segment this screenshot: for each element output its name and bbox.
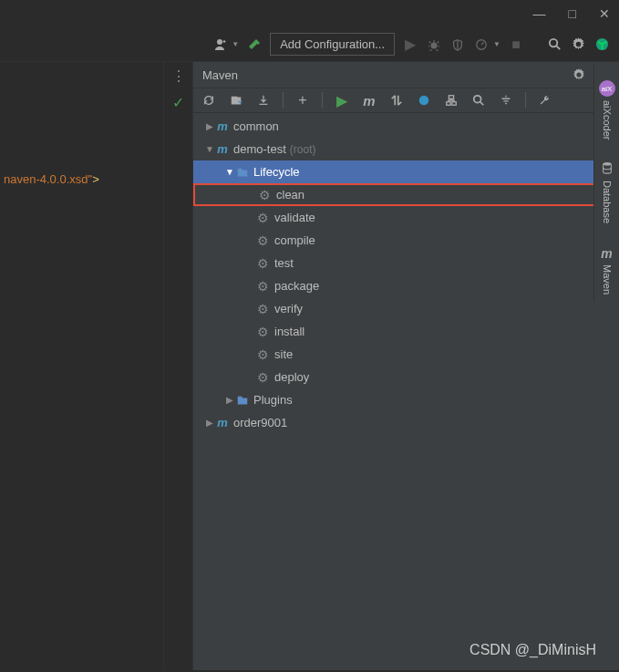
tree-item-order9001[interactable]: ▶ m order9001 [193, 411, 619, 434]
gear-icon: ⚙ [257, 211, 269, 225]
watermark: CSDN @_DiMinisH [469, 642, 596, 658]
chevron-down-icon: ▼ [204, 144, 215, 154]
chevron-right-icon: ▶ [204, 418, 215, 428]
tree-label: verify [274, 302, 303, 315]
separator [322, 92, 323, 109]
check-icon: ✓ [172, 94, 184, 111]
tree-label: Lifecycle [253, 165, 300, 179]
rail-label: Maven [602, 264, 613, 295]
gear-icon: ⚙ [257, 233, 269, 248]
gutter: ⋮ ✓ [164, 62, 193, 670]
database-icon [601, 161, 614, 177]
download-icon[interactable] [255, 92, 272, 109]
tree-item-plugins[interactable]: ▶ Plugins [193, 388, 619, 411]
chevron-right-icon: ▶ [224, 395, 235, 405]
hammer-icon[interactable] [246, 36, 263, 53]
tree-label: order9001 [233, 416, 287, 429]
svg-rect-5 [449, 96, 453, 99]
editor-area[interactable]: naven-4.0.0.xsd"> [0, 62, 164, 670]
code-string: naven-4.0.0.xsd" [4, 172, 92, 186]
gear-icon: ⚙ [257, 370, 269, 385]
separator [525, 92, 526, 109]
collapse-icon[interactable] [498, 92, 514, 109]
more-icon[interactable]: ⋮ [171, 67, 186, 85]
debug-icon[interactable] [426, 36, 442, 53]
maven-module-icon: m [215, 416, 230, 430]
tree-item-deploy[interactable]: ⚙ deploy [193, 366, 619, 388]
tab-aixcoder[interactable]: aiX aiXcoder [597, 73, 617, 147]
tab-maven[interactable]: m Maven [599, 239, 614, 302]
toggle-skip-icon[interactable] [388, 92, 405, 109]
tree-item-compile[interactable]: ⚙ compile [193, 229, 619, 252]
tree-item-lifecycle[interactable]: ▼ Lifecycle [193, 160, 619, 183]
svg-point-8 [474, 96, 481, 103]
stop-icon[interactable]: ■ [508, 36, 524, 53]
tree-label: clean [276, 188, 304, 202]
wrench-icon[interactable] [537, 92, 553, 109]
settings-icon[interactable] [570, 36, 586, 53]
folder-icon [235, 393, 250, 408]
tab-database[interactable]: Database [599, 154, 615, 231]
run-icon[interactable]: ▶ [402, 36, 418, 53]
reload-icon[interactable] [201, 92, 217, 109]
svg-point-9 [603, 162, 611, 166]
user-dropdown-arrow: ▼ [232, 40, 239, 48]
user-icon[interactable] [211, 36, 228, 53]
tree-item-test[interactable]: ⚙ test [193, 252, 619, 274]
root-label: (root) [290, 143, 316, 156]
svg-point-4 [419, 96, 429, 106]
chevron-down-icon: ▼ [224, 167, 235, 177]
tree-item-install[interactable]: ⚙ install [193, 320, 619, 343]
run-maven-icon[interactable]: ▶ [334, 92, 350, 109]
svg-rect-7 [452, 102, 456, 106]
profile-dropdown-arrow: ▼ [493, 40, 500, 48]
tree-item-package[interactable]: ⚙ package [193, 274, 619, 297]
rail-label: Database [602, 181, 613, 223]
profile-icon[interactable] [473, 36, 490, 53]
minimize-button[interactable]: — [533, 6, 546, 21]
coverage-icon[interactable] [449, 36, 466, 53]
search-icon[interactable] [470, 92, 487, 109]
tree-label: compile [274, 233, 315, 247]
m-icon[interactable]: m [361, 92, 377, 109]
chevron-right-icon: ▶ [204, 121, 215, 131]
maven-module-icon: m [215, 119, 230, 134]
close-window-button[interactable]: ✕ [599, 6, 610, 21]
generate-icon[interactable] [228, 92, 244, 109]
gear-icon: ⚙ [257, 302, 269, 316]
avatar-icon: aiX [599, 80, 615, 97]
tree-label: deploy [274, 370, 309, 384]
m-icon: m [601, 246, 612, 261]
tree-label: validate [274, 211, 315, 224]
rail-label: aiXcoder [602, 100, 613, 140]
tree-item-site[interactable]: ⚙ site [193, 343, 619, 366]
tree-item-clean[interactable]: ⚙ clean [193, 183, 619, 206]
add-icon[interactable]: + [294, 92, 311, 109]
search-icon[interactable] [546, 36, 562, 53]
tree-item-verify[interactable]: ⚙ verify [193, 297, 619, 320]
tree-label: site [274, 347, 293, 361]
tree-label: common [233, 119, 279, 133]
tree-item-demo-test[interactable]: ▼ m demo-test (root) [193, 138, 619, 160]
tree-label: package [274, 279, 319, 293]
gear-icon: ⚙ [257, 279, 269, 294]
separator [283, 92, 284, 109]
tree-item-common[interactable]: ▶ m common [193, 115, 619, 138]
panel-settings-icon[interactable] [570, 68, 588, 81]
svg-point-0 [431, 42, 438, 48]
dependency-icon[interactable] [443, 92, 459, 109]
maven-module-icon: m [215, 142, 230, 157]
gear-icon: ⚙ [257, 256, 269, 271]
tree-label: test [274, 256, 294, 270]
gear-icon: ⚙ [257, 325, 269, 339]
add-configuration-button[interactable]: Add Configuration... [270, 33, 395, 56]
tree-item-validate[interactable]: ⚙ validate [193, 206, 619, 229]
project-icon[interactable] [593, 36, 610, 53]
maximize-button[interactable]: □ [569, 6, 576, 21]
offline-icon[interactable] [416, 92, 432, 109]
gear-icon: ⚙ [259, 188, 271, 202]
folder-icon [235, 165, 250, 180]
code-tag: > [92, 172, 99, 186]
svg-rect-6 [447, 102, 450, 106]
tree-label: demo-test [233, 142, 286, 156]
